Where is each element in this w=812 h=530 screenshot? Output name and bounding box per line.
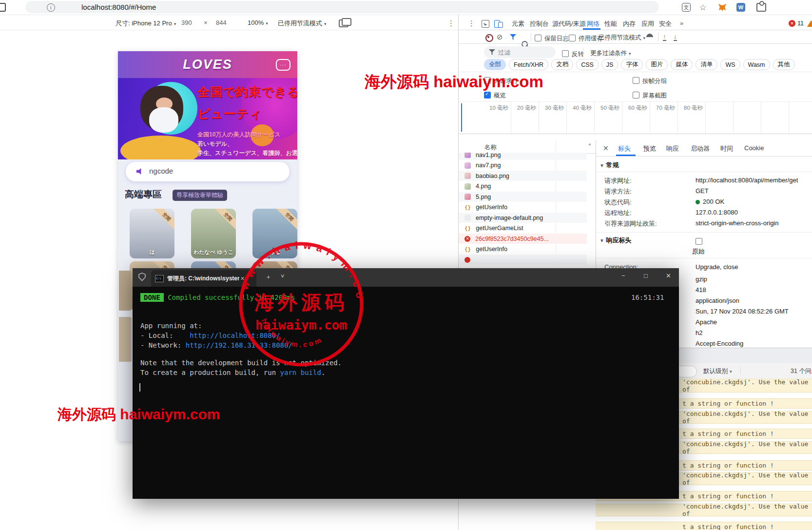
image-thumb-icon — [464, 194, 471, 200]
request-row[interactable]: 4.png — [459, 181, 587, 192]
more-tabs-chevron[interactable]: » — [680, 20, 683, 27]
filter-manifest[interactable]: 清单 — [696, 59, 717, 70]
tab-elements[interactable]: 元素 — [512, 20, 524, 28]
request-row[interactable]: empty-image-default.png — [459, 213, 587, 223]
tab-cookies[interactable]: Cookie — [744, 144, 764, 152]
tab-preview[interactable]: 预览 — [643, 144, 656, 153]
request-row-error[interactable]: ✕26c9f8523c7d3450c9e45... — [459, 234, 587, 244]
invert-filter-checkbox[interactable]: 反转 — [562, 49, 584, 59]
network-conditions-icon[interactable] — [646, 34, 653, 41]
error-badge-icon[interactable]: ✕ — [789, 20, 795, 27]
terminal-titlebar[interactable]: C:\ 管理员: C:\windows\system32 ✕ ＋ ˅ − □ ✕ — [133, 268, 679, 287]
filter-media[interactable]: 媒体 — [671, 59, 693, 70]
extensions-puzzle-icon[interactable] — [756, 2, 766, 12]
console-level-select[interactable]: 默认级别▾ — [703, 367, 732, 375]
image-thumb-icon — [464, 162, 471, 169]
filter-font[interactable]: 字体 — [621, 59, 643, 70]
filter-img[interactable]: 图片 — [646, 59, 668, 70]
translate-icon[interactable]: 文 — [681, 2, 691, 12]
filter-wasm[interactable]: Wasm — [743, 59, 770, 70]
back-icon[interactable] — [0, 3, 6, 12]
promo-banner[interactable]: 全国で約束できる ビューティ 全国10万人の美人訪問サービス 若いモデル、 学生… — [118, 78, 297, 159]
tab-headers[interactable]: 标头 — [618, 144, 631, 153]
clear-network-log-icon[interactable]: ⊘ — [497, 33, 503, 41]
tab-console[interactable]: 控制台 — [530, 20, 549, 28]
device-select[interactable]: 尺寸: iPhone 12 Pro▾ — [116, 19, 176, 28]
devtools-kebab-icon[interactable]: ⋮ — [468, 19, 475, 28]
model-photo-dress — [149, 107, 178, 133]
tab-timing[interactable]: 时间 — [720, 144, 733, 153]
close-window-icon[interactable]: ✕ — [666, 272, 671, 279]
preserve-log-checkbox[interactable]: 保留日志 — [535, 34, 569, 43]
chevron-down-icon: ▾ — [266, 21, 268, 26]
tab-application[interactable]: 应用 — [641, 20, 654, 28]
request-row[interactable]: 5.png — [459, 192, 587, 202]
model-card[interactable]: 空閒 わたなべ ゆうこ — [191, 209, 236, 258]
console-warning[interactable]: 'concubine.ckgdsj'. Use the value of — [596, 504, 812, 516]
warning-badge-icon[interactable] — [807, 20, 812, 27]
filter-css[interactable]: CSS — [576, 59, 599, 70]
group-by-frame-checkbox[interactable]: 按帧分组 — [633, 76, 667, 85]
site-info-icon[interactable]: i — [47, 3, 55, 12]
import-har-icon[interactable]: ↑ — [663, 33, 666, 41]
filter-icon[interactable] — [510, 34, 516, 40]
rotate-device-icon[interactable] — [339, 20, 348, 27]
filter-js[interactable]: JS — [601, 59, 619, 70]
zoom-select[interactable]: 100%▾ — [248, 19, 268, 26]
filter-all[interactable]: 全部 — [484, 59, 506, 70]
request-row[interactable]: nav7.png — [459, 160, 587, 171]
tab-security[interactable]: 安全 — [659, 20, 672, 28]
bookmark-star-icon[interactable]: ☆ — [698, 2, 708, 12]
request-row[interactable]: baobiao.png — [459, 171, 587, 181]
tab-initiator[interactable]: 启动器 — [691, 144, 710, 153]
record-network-log-icon[interactable] — [485, 34, 493, 42]
export-har-icon[interactable]: ↓ — [674, 33, 677, 41]
request-row[interactable]: {}getUserGameList — [459, 223, 587, 234]
more-filters-dropdown[interactable]: 更多过滤条件▾ — [590, 49, 631, 58]
request-row[interactable]: {}getUserInfo — [459, 244, 587, 255]
disable-cache-checkbox[interactable]: 停用缓存 — [569, 34, 603, 43]
device-height[interactable]: 844 — [216, 19, 227, 26]
puzzle-icon — [756, 3, 766, 12]
requests-name-header[interactable]: 名称 — [484, 143, 497, 152]
raw-headers-checkbox[interactable] — [696, 237, 702, 246]
minimize-icon[interactable]: − — [621, 272, 625, 279]
tab-performance[interactable]: 性能 — [604, 20, 617, 28]
maximize-icon[interactable]: □ — [644, 272, 648, 279]
filter-input[interactable] — [484, 46, 556, 58]
metamask-extension-icon[interactable] — [717, 2, 727, 12]
tab-network[interactable]: 网络 — [587, 20, 599, 28]
device-width[interactable]: 390 — [181, 19, 192, 26]
network-throttling-select[interactable]: 已停用节流模式▾ — [599, 34, 645, 42]
device-emulation-toolbar — [0, 15, 458, 30]
console-warning[interactable]: t a string or function ! — [596, 522, 812, 530]
emulation-menu-kebab-icon[interactable]: ⋮ — [447, 19, 455, 28]
url-text[interactable]: localhost:8080/#/Home — [81, 3, 156, 11]
issues-counter[interactable]: 31 个问题 — [791, 367, 812, 375]
model-card[interactable]: 空閒 は — [130, 209, 174, 258]
close-details-icon[interactable]: ✕ — [603, 144, 609, 152]
translate-glyph: 文 — [682, 3, 691, 12]
chat-bubble-icon[interactable]: ··· — [276, 59, 290, 71]
network-overview-timeline[interactable]: 10 毫秒 20 毫秒 30 毫秒 40 毫秒 50 毫秒 60 毫秒 70 毫… — [459, 101, 812, 134]
scroll-up-icon[interactable]: ▲ — [588, 142, 592, 146]
docs-extension-icon[interactable]: W — [736, 2, 746, 12]
tab-sources[interactable]: 源代码/来源 — [552, 20, 586, 28]
request-row-partial[interactable] — [459, 255, 587, 265]
request-row[interactable]: {}getUserInfo — [459, 202, 587, 213]
timeline-cursor — [461, 103, 462, 132]
notice-marquee[interactable]: ngcode — [126, 162, 290, 181]
terminal-window[interactable]: C:\ 管理员: C:\windows\system32 ✕ ＋ ˅ − □ ✕… — [133, 268, 679, 499]
throttling-select[interactable]: 已停用节流模式▾ — [278, 19, 327, 28]
request-row[interactable]: nav1.png — [459, 153, 587, 160]
tab-memory[interactable]: 内存 — [623, 20, 636, 28]
tab-response[interactable]: 响应 — [666, 144, 679, 153]
response-headers-section[interactable]: ▼ 响应标头 — [599, 236, 632, 245]
filter-other[interactable]: 其他 — [773, 59, 795, 70]
general-section-header[interactable]: ▼ 常规 — [599, 161, 619, 170]
filter-doc[interactable]: 文档 — [551, 59, 573, 70]
filter-ws[interactable]: WS — [720, 59, 740, 70]
filter-fetch-xhr[interactable]: Fetch/XHR — [509, 59, 548, 70]
banner-headline-1: 全国で約束できる — [197, 84, 297, 100]
screenshots-checkbox[interactable]: 屏幕截图 — [633, 91, 667, 100]
